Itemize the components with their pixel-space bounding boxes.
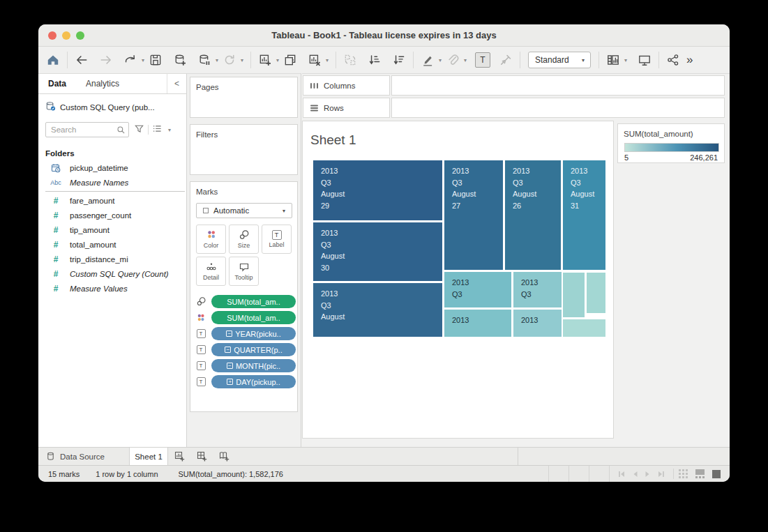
field-custom-sql-query-count-[interactable]: #Custom SQL Query (Count) bbox=[38, 266, 186, 281]
highlight-icon[interactable] bbox=[419, 50, 437, 70]
collapse-pane-icon[interactable]: < bbox=[167, 74, 186, 93]
pill-year-picku-[interactable]: −YEAR(picku.. bbox=[211, 327, 296, 340]
tab-sheet-1[interactable]: Sheet 1 bbox=[129, 448, 168, 465]
tooltip-button[interactable]: Tooltip bbox=[229, 257, 259, 286]
nav-first-icon[interactable] bbox=[618, 471, 626, 478]
field-fare-amount[interactable]: #fare_amount bbox=[38, 193, 186, 208]
close-window-icon[interactable] bbox=[48, 31, 57, 40]
pill-day-pickup-[interactable]: +DAY(pickup.. bbox=[211, 375, 296, 388]
filters-card[interactable]: Filters bbox=[190, 124, 298, 175]
nav-prev-icon[interactable] bbox=[632, 471, 638, 478]
refresh-caret-icon[interactable]: ▾ bbox=[239, 57, 246, 63]
mark-type-dropdown[interactable]: Automatic ▾ bbox=[196, 203, 292, 218]
field-pickup-datetime[interactable]: pickup_datetime bbox=[38, 160, 186, 175]
field-trip-distance-mi[interactable]: #trip_distance_mi bbox=[38, 252, 186, 266]
new-worksheet-icon[interactable] bbox=[256, 50, 274, 70]
expand-icon[interactable]: + bbox=[227, 379, 233, 385]
treemap-block-aug[interactable]: 2013Q3August bbox=[313, 283, 442, 337]
tab-analytics[interactable]: Analytics bbox=[76, 74, 129, 93]
legend-gradient-bar[interactable] bbox=[624, 143, 719, 152]
redo-forward-icon[interactable] bbox=[97, 50, 115, 70]
clear-sheet-caret-icon[interactable]: ▾ bbox=[324, 57, 331, 63]
treemap-block-sm-3[interactable] bbox=[563, 319, 605, 337]
fit-selector[interactable]: Standard ▾ bbox=[528, 52, 591, 68]
field-total-amount[interactable]: #total_amount bbox=[38, 237, 186, 252]
replay-caret-icon[interactable]: ▾ bbox=[140, 57, 146, 63]
pages-card[interactable]: Pages bbox=[190, 77, 298, 118]
duplicate-sheet-icon[interactable] bbox=[281, 50, 299, 70]
treemap-block-q3-b[interactable]: 2013Q3 bbox=[513, 272, 562, 307]
pill-month-pic-[interactable]: −MONTH(pic.. bbox=[211, 359, 296, 372]
show-sheet-sorter-icon[interactable] bbox=[678, 469, 688, 479]
highlight-caret-icon[interactable]: ▾ bbox=[437, 57, 444, 63]
share-icon[interactable] bbox=[664, 50, 682, 70]
treemap-block-y13-b[interactable]: 2013 bbox=[513, 310, 562, 337]
treemap-block-aug31[interactable]: 2013Q3August31 bbox=[563, 160, 605, 270]
field-passenger-count[interactable]: #passenger_count bbox=[38, 208, 186, 222]
tab-data-source[interactable]: Data Source bbox=[38, 448, 129, 465]
collapse-field-icon[interactable]: − bbox=[225, 347, 231, 353]
pill-quarter-p-[interactable]: −QUARTER(p.. bbox=[211, 343, 296, 356]
toolbar-overflow-icon[interactable]: » bbox=[686, 53, 693, 67]
new-dashboard-tab-icon[interactable] bbox=[190, 448, 213, 465]
treemap-block-aug27[interactable]: 2013Q3August27 bbox=[444, 160, 503, 270]
maximize-window-icon[interactable] bbox=[76, 31, 84, 40]
treemap-block-y13-a[interactable]: 2013 bbox=[444, 310, 511, 337]
show-tabs-icon[interactable] bbox=[711, 469, 721, 479]
swap-rows-columns-icon[interactable] bbox=[341, 50, 359, 70]
measure-number-icon: # bbox=[48, 254, 63, 264]
label-button[interactable]: T Label bbox=[262, 225, 292, 254]
show-cards-caret-icon[interactable]: ▾ bbox=[622, 57, 629, 63]
view-options-caret-icon[interactable]: ▾ bbox=[166, 127, 173, 133]
pages-label: Pages bbox=[190, 77, 297, 91]
data-source-connection[interactable]: Custom SQL Query (pub... bbox=[38, 94, 186, 119]
nav-next-icon[interactable] bbox=[645, 471, 651, 478]
size-button[interactable]: Size bbox=[229, 225, 259, 254]
pause-caret-icon[interactable]: ▾ bbox=[213, 57, 220, 63]
field-measure-values[interactable]: #Measure Values bbox=[38, 281, 186, 296]
treemap-block-sm-2[interactable] bbox=[587, 273, 605, 313]
treemap-block-aug29[interactable]: 2013Q3August29 bbox=[313, 160, 442, 220]
attach-icon[interactable] bbox=[444, 50, 462, 70]
home-icon[interactable] bbox=[44, 50, 62, 70]
field-measure-names[interactable]: AbcMeasure Names bbox=[38, 175, 186, 190]
new-data-source-icon[interactable] bbox=[171, 50, 189, 70]
detail-button[interactable]: Detail bbox=[196, 257, 226, 286]
minimize-window-icon[interactable] bbox=[62, 31, 70, 40]
new-worksheet-tab-icon[interactable] bbox=[168, 448, 190, 465]
view-list-icon[interactable] bbox=[152, 123, 163, 136]
tab-data[interactable]: Data bbox=[38, 74, 76, 93]
clear-sheet-icon[interactable] bbox=[306, 50, 324, 70]
field-tip-amount[interactable]: #tip_amount bbox=[38, 222, 186, 237]
fix-axes-pin-icon[interactable] bbox=[497, 50, 515, 70]
pill-sum-total-am-[interactable]: SUM(total_am.. bbox=[211, 295, 296, 308]
nav-last-icon[interactable] bbox=[657, 471, 665, 478]
filter-funnel-icon[interactable] bbox=[134, 123, 144, 137]
columns-shelf-dropzone[interactable] bbox=[391, 75, 725, 96]
new-story-tab-icon[interactable] bbox=[213, 448, 235, 465]
pill-text: MONTH(pic.. bbox=[236, 362, 280, 370]
replay-icon[interactable] bbox=[121, 50, 140, 70]
treemap-block-aug26[interactable]: 2013Q3August26 bbox=[505, 160, 561, 270]
presentation-mode-icon[interactable] bbox=[635, 50, 654, 70]
color-legend-card[interactable]: SUM(total_amount) 5 246,261 bbox=[617, 123, 725, 163]
collapse-field-icon[interactable]: − bbox=[226, 330, 232, 337]
treemap-block-aug30[interactable]: 2013Q3August30 bbox=[313, 222, 442, 281]
sort-descending-icon[interactable] bbox=[390, 50, 408, 70]
rows-shelf-dropzone[interactable] bbox=[391, 98, 725, 118]
refresh-icon[interactable] bbox=[220, 50, 239, 70]
new-worksheet-caret-icon[interactable]: ▾ bbox=[274, 57, 281, 63]
show-mark-labels-button[interactable]: T bbox=[475, 52, 490, 68]
treemap-block-sm-1[interactable] bbox=[563, 273, 585, 317]
attach-caret-icon[interactable]: ▾ bbox=[462, 57, 469, 63]
sort-ascending-icon[interactable] bbox=[366, 50, 384, 70]
show-cards-icon[interactable] bbox=[604, 50, 622, 70]
pause-auto-updates-icon[interactable] bbox=[195, 50, 213, 70]
color-button[interactable]: Color bbox=[196, 225, 226, 254]
show-filmstrip-icon[interactable] bbox=[695, 469, 705, 479]
save-icon[interactable] bbox=[146, 50, 165, 70]
undo-back-icon[interactable] bbox=[73, 50, 91, 70]
collapse-field-icon[interactable]: − bbox=[227, 363, 233, 369]
treemap-block-q3-a[interactable]: 2013Q3 bbox=[444, 272, 511, 307]
pill-sum-total-am-[interactable]: SUM(total_am.. bbox=[211, 311, 296, 324]
